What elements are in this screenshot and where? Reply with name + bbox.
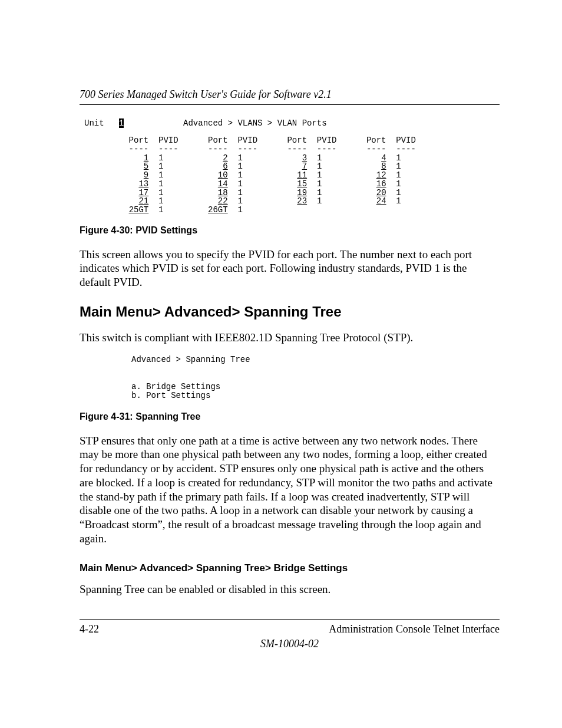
heading-spanning-tree: Main Menu> Advanced> Spanning Tree	[80, 304, 500, 320]
heading-bridge-settings: Main Menu> Advanced> Spanning Tree> Brid…	[80, 562, 500, 574]
header-rule	[80, 104, 500, 105]
terminal-spanning-tree-menu: Advanced > Spanning Tree a. Bridge Setti…	[131, 355, 500, 401]
document-id: SM-10004-02	[80, 638, 500, 650]
footer-rule	[80, 619, 500, 620]
paragraph-stp-compliant: This switch is compliant with IEEE802.1D…	[80, 331, 500, 345]
paragraph-pvid-desc: This screen allows you to specify the PV…	[80, 248, 500, 289]
page-number: 4-22	[80, 623, 99, 635]
paragraph-stp-desc: STP ensures that only one path at a time…	[80, 434, 500, 546]
figure-caption-4-30: Figure 4-30: PVID Settings	[80, 225, 500, 236]
paragraph-bridge-enable: Spanning Tree can be enabled or disabled…	[80, 582, 500, 597]
terminal-pvid-table: Unit 1 Advanced > VLANS > VLAN Ports Por…	[84, 119, 500, 215]
running-header: 700 Series Managed Switch User's Guide f…	[80, 88, 500, 101]
figure-caption-4-31: Figure 4-31: Spanning Tree	[80, 411, 500, 422]
page-footer: 4-22 Administration Console Telnet Inter…	[80, 619, 500, 650]
footer-section-title: Administration Console Telnet Interface	[329, 623, 500, 635]
